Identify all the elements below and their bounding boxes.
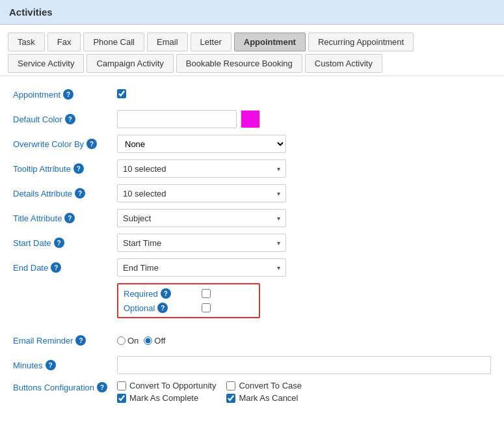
color-input-wrap: #f00ae6 (117, 110, 260, 128)
default-color-label: Default Color ? (13, 114, 117, 124)
details-attr-help-icon[interactable]: ? (75, 188, 85, 198)
required-row: Required ? (124, 288, 254, 299)
tab-campaign-activity[interactable]: Campaign Activity (86, 54, 173, 73)
optional-row: Optional ? (124, 303, 254, 313)
tab-phone-call[interactable]: Phone Call (83, 33, 144, 51)
minutes-label: Minutes ? (13, 360, 117, 370)
minutes-help-icon[interactable]: ? (46, 360, 56, 370)
mark-as-cancel-item: Mark As Cancel (226, 393, 302, 403)
tabs-row-1: Task Fax Phone Call Email Letter Appoint… (8, 33, 496, 51)
tab-service-activity[interactable]: Service Activity (8, 54, 84, 73)
off-radio[interactable] (144, 336, 152, 345)
title-attr-help-icon[interactable]: ? (64, 213, 75, 223)
tooltip-attr-row: Tooltip Attribute ? 10 selected ▾ (13, 159, 491, 178)
start-date-arrow-icon: ▾ (277, 240, 280, 247)
end-date-dropdown[interactable]: End Time ▾ (117, 258, 286, 277)
on-radio-label[interactable]: On (117, 336, 139, 346)
mark-as-complete-item: Mark As Complete (117, 393, 216, 403)
default-color-row: Default Color ? #f00ae6 (13, 110, 491, 128)
start-date-label: Start Date ? (13, 238, 117, 248)
title-attr-row: Title Attribute ? Subject ▾ (13, 209, 491, 227)
overwrite-color-dropdown-wrap: None (117, 135, 286, 153)
minutes-input[interactable]: 0 (117, 356, 491, 374)
title-attr-arrow-icon: ▾ (277, 215, 280, 222)
minutes-row: Minutes ? 0 (13, 356, 491, 374)
tabs-row-2: Service Activity Campaign Activity Booka… (8, 54, 496, 73)
page-header: Activities (0, 0, 504, 25)
appointment-row: Appointment ? (13, 85, 491, 103)
tabs-section: Task Fax Phone Call Email Letter Appoint… (0, 25, 504, 73)
required-help-icon[interactable]: ? (161, 288, 171, 299)
appointment-help-icon[interactable]: ? (63, 89, 73, 100)
details-attr-dropdown-wrap: 10 selected ▾ (117, 184, 286, 202)
convert-to-case-checkbox[interactable] (226, 381, 235, 390)
start-date-help-icon[interactable]: ? (54, 238, 64, 248)
email-reminder-help-icon[interactable]: ? (75, 335, 86, 346)
details-attr-arrow-icon: ▾ (277, 190, 280, 197)
required-optional-box: Required ? Optional ? (117, 283, 260, 318)
tooltip-attr-arrow-icon: ▾ (277, 165, 280, 172)
start-date-row: Start Date ? Start Time ▾ (13, 234, 491, 252)
start-date-dropdown[interactable]: Start Time ▾ (117, 234, 286, 252)
tab-appointment[interactable]: Appointment (234, 33, 306, 51)
overwrite-color-label: Overwrite Color By ? (13, 139, 117, 149)
content-area: Appointment ? Default Color ? #f00ae6 Ov… (0, 75, 504, 418)
overwrite-color-select[interactable]: None (117, 135, 286, 153)
mark-as-cancel-checkbox[interactable] (226, 394, 235, 403)
optional-label: Optional ? (124, 303, 202, 313)
page-title: Activities (9, 7, 53, 18)
required-optional-section: Required ? Optional ? (13, 283, 491, 325)
tab-custom-activity[interactable]: Custom Activity (305, 54, 382, 73)
off-radio-label[interactable]: Off (144, 336, 165, 346)
tab-email[interactable]: Email (147, 33, 188, 51)
default-color-help-icon[interactable]: ? (65, 114, 75, 124)
required-checkbox[interactable] (202, 289, 211, 298)
overwrite-color-help-icon[interactable]: ? (86, 139, 97, 149)
color-swatch[interactable] (241, 110, 260, 128)
convert-to-opportunity-item: Convert To Opportunity (117, 381, 216, 390)
end-date-help-icon[interactable]: ? (51, 262, 61, 273)
optional-help-icon[interactable]: ? (157, 303, 168, 313)
default-color-input[interactable]: #f00ae6 (117, 110, 237, 128)
end-date-arrow-icon: ▾ (277, 264, 280, 271)
tab-recurring-appointment[interactable]: Recurring Appointment (308, 33, 414, 51)
details-attr-dropdown[interactable]: 10 selected ▾ (117, 184, 286, 202)
buttons-config-row: Buttons Configuration ? Convert To Oppor… (13, 381, 491, 403)
on-radio[interactable] (117, 336, 126, 345)
optional-checkbox[interactable] (202, 303, 211, 312)
buttons-config-label: Buttons Configuration ? (13, 381, 117, 392)
details-attr-row: Details Attribute ? 10 selected ▾ (13, 184, 491, 202)
buttons-config-help-icon[interactable]: ? (97, 382, 107, 392)
email-reminder-row: Email Reminder ? On Off (13, 331, 491, 349)
appointment-checkbox[interactable] (117, 89, 126, 98)
convert-to-opportunity-checkbox[interactable] (117, 381, 126, 390)
start-date-dropdown-wrap: Start Time ▾ (117, 234, 286, 252)
tooltip-attr-label: Tooltip Attribute ? (13, 163, 117, 174)
tab-letter[interactable]: Letter (191, 33, 232, 51)
end-date-dropdown-wrap: End Time ▾ (117, 258, 286, 277)
title-attr-dropdown-wrap: Subject ▾ (117, 209, 286, 227)
tooltip-attr-help-icon[interactable]: ? (73, 163, 84, 174)
email-reminder-radio-group: On Off (117, 336, 165, 346)
tab-task[interactable]: Task (8, 33, 45, 51)
buttons-config-checkboxes: Convert To Opportunity Convert To Case M… (117, 381, 302, 403)
email-reminder-label: Email Reminder ? (13, 335, 117, 346)
title-attr-label: Title Attribute ? (13, 213, 117, 223)
details-attr-label: Details Attribute ? (13, 188, 117, 198)
end-date-label: End Date ? (13, 262, 117, 273)
required-label: Required ? (124, 288, 202, 299)
convert-to-case-item: Convert To Case (226, 381, 302, 390)
appointment-checkbox-wrap (117, 89, 286, 100)
overwrite-color-row: Overwrite Color By ? None (13, 135, 491, 153)
end-date-row: End Date ? End Time ▾ (13, 258, 491, 277)
tooltip-attr-dropdown[interactable]: 10 selected ▾ (117, 159, 286, 178)
title-attr-dropdown[interactable]: Subject ▾ (117, 209, 286, 227)
mark-as-complete-checkbox[interactable] (117, 394, 126, 403)
tab-bookable-resource-booking[interactable]: Bookable Resource Booking (176, 54, 302, 73)
tooltip-attr-dropdown-wrap: 10 selected ▾ (117, 159, 286, 178)
tab-fax[interactable]: Fax (47, 33, 81, 51)
appointment-label: Appointment ? (13, 89, 117, 100)
